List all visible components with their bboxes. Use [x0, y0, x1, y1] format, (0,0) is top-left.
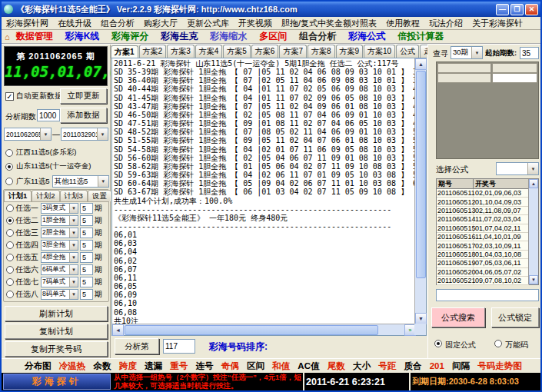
- table-row[interactable]: 201106051702,03,10,09,11: [437, 241, 529, 250]
- chevron-down-icon[interactable]: ▼: [69, 216, 78, 225]
- vertical-scrollbar[interactable]: ▲ ▼: [414, 58, 426, 324]
- bottom-nav-item[interactable]: 尾数: [328, 360, 345, 372]
- plan-row-radio[interactable]: [6, 204, 14, 212]
- auto-update-checkbox[interactable]: ✓: [5, 92, 14, 101]
- table-row[interactable]: 201106051302,11,08,09,07: [437, 207, 529, 215]
- plan-mode-select[interactable]: 1胆全拖▼: [41, 215, 78, 226]
- chevron-down-icon[interactable]: ▼: [98, 176, 108, 187]
- toolbar-item[interactable]: 彩海K线: [59, 30, 106, 43]
- bottom-nav-item[interactable]: 大小: [353, 360, 371, 372]
- plan-periods-input[interactable]: [80, 203, 93, 214]
- tab-方案3[interactable]: 方案3: [167, 45, 195, 58]
- toolbar-item[interactable]: 数据管理: [10, 30, 59, 43]
- lottery-radio[interactable]: [5, 163, 13, 171]
- menu-item[interactable]: 更新公式库: [182, 18, 234, 29]
- chevron-down-icon[interactable]: ▼: [527, 163, 538, 174]
- toolbar-item[interactable]: 彩海评分: [105, 30, 155, 43]
- plan-mode-select[interactable]: 6码单式▼: [41, 264, 78, 275]
- plan-mode-select[interactable]: 3码复式▼: [41, 203, 78, 214]
- bottom-nav-item[interactable]: 余数: [93, 360, 111, 372]
- plan-mode-select[interactable]: 2胆全拖▼: [41, 228, 78, 238]
- plan-periods-input[interactable]: [80, 240, 93, 251]
- chevron-down-icon[interactable]: ▼: [69, 241, 78, 250]
- formula-search-button[interactable]: 公式搜索: [431, 307, 485, 327]
- chevron-down-icon[interactable]: ▼: [97, 128, 108, 140]
- plan-mode-select[interactable]: 4胆全拖▼: [41, 252, 78, 263]
- plan-row-radio[interactable]: [6, 266, 14, 274]
- plan-mode-select[interactable]: 8码单式▼: [41, 289, 78, 300]
- horizontal-scroll-thumb[interactable]: [125, 325, 378, 335]
- result-grid[interactable]: [436, 61, 539, 159]
- bottom-nav-item[interactable]: 跨度: [119, 360, 137, 372]
- lottery-radio[interactable]: [5, 178, 13, 185]
- plan-row-radio[interactable]: [6, 254, 14, 261]
- bottom-nav-item[interactable]: 重号: [170, 360, 188, 372]
- plan-periods-input[interactable]: [80, 277, 93, 287]
- table-row[interactable]: 201106051411,07,02,03,04: [437, 215, 529, 224]
- plan-periods-input[interactable]: [80, 228, 93, 238]
- table-row[interactable]: 201106051611,04,10,01,09: [437, 233, 529, 241]
- plan-mode-select[interactable]: 3胆全拖▼: [41, 240, 78, 251]
- restore-button[interactable]: ❐: [510, 4, 524, 15]
- bottom-nav-item[interactable]: 号码走势图: [477, 360, 522, 372]
- scroll-down-icon[interactable]: ▼: [415, 313, 427, 324]
- bottom-nav-item[interactable]: 和值: [272, 360, 290, 372]
- menu-item[interactable]: 开奖视频: [234, 18, 277, 29]
- tab-方案7[interactable]: 方案7: [279, 45, 307, 58]
- chevron-down-icon[interactable]: ▼: [69, 253, 78, 262]
- chevron-down-icon[interactable]: ▼: [40, 128, 51, 140]
- bottom-nav-item[interactable]: 区间: [247, 360, 264, 372]
- bottom-nav-item[interactable]: AC值: [298, 360, 319, 372]
- formula-lock-button[interactable]: 公式锁定: [491, 307, 539, 327]
- menu-item[interactable]: 购彩大厅: [139, 18, 182, 29]
- plan-text-area[interactable]: 2011-6-21 彩海探针 山东11选5(十一运夺金) 5期1胆全拖 任选二 …: [111, 58, 427, 336]
- toolbar-item[interactable]: 多区间: [253, 30, 293, 43]
- menu-item[interactable]: 在线升级: [53, 18, 96, 29]
- plan-periods-input[interactable]: [80, 215, 93, 226]
- universal-code-radio[interactable]: [494, 340, 502, 347]
- toolbar-item[interactable]: 彩海缩水: [204, 30, 253, 43]
- plan-periods-input[interactable]: [80, 289, 93, 300]
- chevron-down-icon[interactable]: ▼: [69, 228, 78, 238]
- scroll-up-icon[interactable]: ▲: [529, 179, 538, 188]
- analyze-issue-input[interactable]: [163, 339, 195, 354]
- bottom-nav-item[interactable]: 遗漏: [145, 360, 162, 372]
- bottom-nav-item[interactable]: 号距: [378, 360, 396, 372]
- menu-item[interactable]: 关于彩海探针: [467, 18, 527, 29]
- table-scrollbar[interactable]: ▲ ▼: [528, 179, 538, 284]
- menu-item[interactable]: 使用教程: [381, 18, 424, 29]
- tab-方案8[interactable]: 方案8: [308, 45, 335, 58]
- add-data-button[interactable]: 添加数据: [60, 108, 107, 123]
- tab-方案6[interactable]: 方案6: [251, 45, 279, 58]
- chevron-down-icon[interactable]: ▼: [69, 204, 78, 213]
- tab-方案4[interactable]: 方案4: [195, 45, 223, 58]
- update-now-button[interactable]: 立即更新: [60, 88, 107, 104]
- bottom-nav-item[interactable]: 分布图: [25, 360, 52, 372]
- scroll-left-icon[interactable]: ◄: [112, 324, 124, 336]
- vertical-scroll-thumb[interactable]: [416, 71, 426, 278]
- table-row[interactable]: 201106051801,04,03,10,08: [437, 251, 529, 259]
- draw-history-table[interactable]: 期号 开奖号 201106051102,01,09,06,03201106051…: [436, 178, 539, 285]
- toolbar-item[interactable]: 倍投计算器: [391, 30, 450, 43]
- fixed-formula-radio[interactable]: [434, 340, 442, 347]
- bottom-nav-item[interactable]: 奇偶: [221, 360, 239, 372]
- chevron-down-icon[interactable]: ▼: [69, 277, 78, 287]
- bottom-nav-item[interactable]: 冷温热: [59, 360, 86, 372]
- bottom-nav-item[interactable]: 201: [430, 361, 444, 370]
- plan-tab[interactable]: 计划1: [4, 190, 32, 201]
- formula-input[interactable]: [436, 289, 539, 301]
- tab-方案1[interactable]: 方案1: [111, 45, 138, 58]
- menu-item[interactable]: 组合分析: [96, 18, 139, 29]
- chevron-down-icon[interactable]: ▼: [69, 290, 78, 299]
- plan-tab[interactable]: 计划2: [32, 190, 59, 201]
- menu-item[interactable]: 玩法介绍: [424, 18, 467, 29]
- bottom-nav-item[interactable]: 连号: [195, 360, 213, 372]
- tab-方案10[interactable]: 方案10: [364, 45, 395, 58]
- toolbar-item[interactable]: 彩海公式: [342, 30, 391, 43]
- plan-tab[interactable]: 设置: [88, 190, 111, 201]
- tab-方案9[interactable]: 方案9: [336, 45, 364, 58]
- tab-方案5[interactable]: 方案5: [223, 45, 251, 58]
- bottom-nav-item[interactable]: 质合: [404, 360, 421, 372]
- menu-item[interactable]: 彩海探针网: [2, 18, 53, 29]
- search-period-select[interactable]: 30期 ▼: [451, 46, 483, 59]
